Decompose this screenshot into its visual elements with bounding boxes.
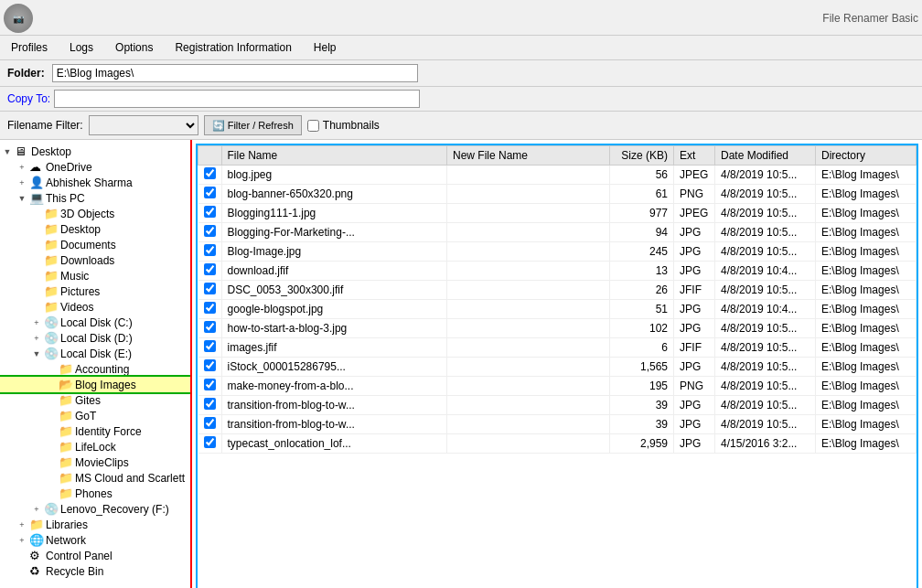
cell-filename: transition-from-blog-to-w... [221, 415, 446, 434]
copyto-input[interactable] [54, 90, 420, 108]
tree-item-got[interactable]: 📁GoT [0, 408, 190, 423]
row-checkbox-7[interactable] [204, 302, 216, 314]
menu-profiles[interactable]: Profiles [0, 37, 59, 58]
tree-item-mscloud[interactable]: 📁MS Cloud and Scarlett [0, 470, 190, 486]
filter-select[interactable] [89, 115, 198, 135]
col-header-ext[interactable]: Ext [674, 146, 715, 166]
col-header-name[interactable]: File Name [221, 146, 446, 166]
table-row[interactable]: Blogging-For-Marketing-...94JPG4/8/2019 … [198, 223, 917, 242]
tree-item-blogimages[interactable]: 📂Blog Images [0, 377, 190, 392]
tree-item-locald[interactable]: +💿Local Disk (D:) [0, 330, 190, 346]
tree-item-documents[interactable]: 📁Documents [0, 237, 190, 252]
file-tree: ▼🖥Desktop+☁OneDrive+👤Abhishek Sharma▼💻Th… [0, 140, 190, 583]
table-row[interactable]: transition-from-blog-to-w...39JPG4/8/201… [198, 415, 917, 434]
menu-registration[interactable]: Registration Information [164, 37, 302, 58]
table-row[interactable]: images.jfif6JFIF4/8/2019 10:5...E:\Blog … [198, 338, 917, 358]
tree-item-controlpanel[interactable]: ⚙Control Panel [0, 548, 190, 563]
expand-btn-locald[interactable]: + [29, 334, 44, 343]
tree-item-movieclips[interactable]: 📁MovieClips [0, 454, 190, 470]
tree-item-libraries[interactable]: +📁Libraries [0, 517, 190, 532]
tree-item-downloads[interactable]: 📁Downloads [0, 252, 190, 268]
table-row[interactable]: download.jfif13JPG4/8/2019 10:4...E:\Blo… [198, 262, 917, 281]
table-row[interactable]: blog.jpeg56JPEG4/8/2019 10:5...E:\Blog I… [198, 166, 917, 185]
tree-item-lifelock[interactable]: 📁LifeLock [0, 439, 190, 454]
tree-item-thispc[interactable]: ▼💻This PC [0, 190, 190, 206]
cell-size: 94 [610, 223, 674, 242]
row-checkbox-2[interactable] [204, 206, 216, 218]
table-row[interactable]: DSC_0053_300x300.jfif26JFIF4/8/2019 10:5… [198, 281, 917, 300]
tree-item-desktop2[interactable]: 📁Desktop [0, 221, 190, 237]
expand-btn-localc[interactable]: + [29, 318, 44, 327]
row-checkbox-6[interactable] [204, 283, 216, 294]
menu-logs[interactable]: Logs [59, 37, 104, 58]
row-checkbox-0[interactable] [204, 167, 216, 179]
expand-btn-thispc[interactable]: ▼ [15, 194, 29, 203]
table-row[interactable]: Blog-Image.jpg245JPG4/8/2019 10:5...E:\B… [198, 242, 917, 262]
tree-label-documents: Documents [60, 239, 116, 251]
tree-item-abhishek[interactable]: +👤Abhishek Sharma [0, 175, 190, 190]
copyto-label[interactable]: Copy To: [7, 92, 50, 105]
folder-icon: 📁 [44, 269, 59, 283]
expand-btn-onedrive[interactable]: + [15, 163, 29, 172]
tree-item-lenovo[interactable]: +💿Lenovo_Recovery (F:) [0, 501, 190, 517]
tree-item-music[interactable]: 📁Music [0, 268, 190, 283]
table-row[interactable]: transition-from-blog-to-w...39JPG4/8/201… [198, 396, 917, 415]
tree-item-network[interactable]: +🌐Network [0, 532, 190, 548]
folder-input[interactable] [52, 64, 418, 82]
table-row[interactable]: make-money-from-a-blo...195PNG4/8/2019 1… [198, 377, 917, 396]
tree-label-localc: Local Disk (C:) [60, 316, 133, 329]
row-checkbox-12[interactable] [204, 398, 216, 410]
tree-item-accounting[interactable]: 📁Accounting [0, 361, 190, 377]
row-checkbox-8[interactable] [204, 321, 216, 333]
expand-btn-lenovo[interactable]: + [29, 505, 44, 514]
table-row[interactable]: google-blogspot.jpg51JPG4/8/2019 10:4...… [198, 300, 917, 319]
row-checkbox-10[interactable] [204, 359, 216, 371]
row-checkbox-4[interactable] [204, 244, 216, 256]
menu-options[interactable]: Options [104, 37, 164, 58]
tree-item-recycle[interactable]: ♻Recycle Bin [0, 563, 190, 579]
cell-newname [446, 396, 609, 415]
app-title: File Renamer Basic [822, 12, 918, 25]
tree-item-gites[interactable]: 📁Gites [0, 392, 190, 408]
expand-btn-locale[interactable]: ▼ [29, 349, 44, 358]
folder-toolbar: Folder: [0, 60, 922, 87]
cell-filename: how-to-start-a-blog-3.jpg [221, 319, 446, 338]
row-checkbox-9[interactable] [204, 340, 216, 352]
thumbnails-checkbox[interactable] [307, 120, 319, 132]
cell-ext: JFIF [674, 281, 715, 300]
tree-item-pictures[interactable]: 📁Pictures [0, 283, 190, 299]
col-header-size[interactable]: Size (KB) [610, 146, 674, 166]
tree-item-desktop[interactable]: ▼🖥Desktop [0, 144, 190, 159]
row-checkbox-5[interactable] [204, 263, 216, 275]
tree-item-videos[interactable]: 📁Videos [0, 299, 190, 315]
table-row[interactable]: iStock_000015286795...1,565JPG4/8/2019 1… [198, 358, 917, 377]
tree-item-onedrive[interactable]: +☁OneDrive [0, 159, 190, 175]
row-checkbox-1[interactable] [204, 187, 216, 198]
row-checkbox-11[interactable] [204, 379, 216, 390]
expand-btn-network[interactable]: + [15, 536, 29, 545]
expand-btn-desktop[interactable]: ▼ [0, 147, 15, 156]
expand-btn-libraries[interactable]: + [15, 520, 29, 529]
col-header-newname[interactable]: New File Name [446, 146, 609, 166]
cell-dir: E:\Blog Images\ [816, 434, 917, 454]
row-checkbox-3[interactable] [204, 225, 216, 237]
tree-item-3dobjects[interactable]: 📁3D Objects [0, 206, 190, 221]
table-row[interactable]: blog-banner-650x320.png61PNG4/8/2019 10:… [198, 185, 917, 204]
row-checkbox-14[interactable] [204, 436, 216, 448]
thumbnails-label[interactable]: Thumbnails [307, 119, 380, 132]
filter-refresh-button[interactable]: 🔄 Filter / Refresh [204, 115, 302, 135]
table-row[interactable]: typecast_onlocation_lof...2,959JPG4/15/2… [198, 434, 917, 454]
table-row[interactable]: Blogging111-1.jpg977JPEG4/8/2019 10:5...… [198, 204, 917, 223]
tree-item-locale[interactable]: ▼💿Local Disk (E:) [0, 346, 190, 361]
cell-ext: JPEG [674, 166, 715, 185]
tree-item-localc[interactable]: +💿Local Disk (C:) [0, 315, 190, 330]
tree-item-identityforce[interactable]: 📁Identity Force [0, 423, 190, 439]
expand-btn-abhishek[interactable]: + [15, 178, 29, 187]
table-row[interactable]: how-to-start-a-blog-3.jpg102JPG4/8/2019 … [198, 319, 917, 338]
tree-item-phones[interactable]: 📁Phones [0, 486, 190, 501]
row-checkbox-13[interactable] [204, 417, 216, 429]
drive-icon: 💿 [44, 347, 59, 360]
menu-help[interactable]: Help [303, 37, 348, 58]
col-header-date[interactable]: Date Modified [715, 146, 816, 166]
col-header-dir[interactable]: Directory [816, 146, 917, 166]
